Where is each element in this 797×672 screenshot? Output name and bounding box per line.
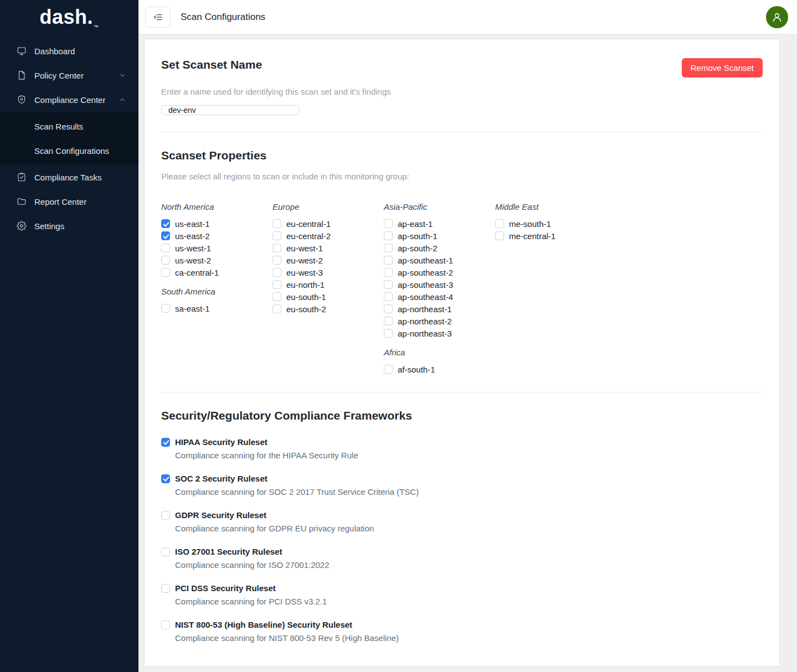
region-label: ca-central-1	[175, 268, 219, 277]
checkbox-hipaa-ruleset[interactable]: HIPAA Security Ruleset	[161, 437, 763, 447]
framework-description: Compliance scanning for SOC 2 2017 Trust…	[175, 487, 763, 497]
region-group-middle-east: Middle East me-south-1 me-central-1	[495, 202, 606, 242]
checkbox-icon	[161, 268, 170, 277]
checkbox-icon	[272, 280, 281, 289]
sidebar-item-compliance-center[interactable]: Compliance Center	[0, 87, 138, 112]
region-label: us-east-1	[175, 219, 210, 229]
checkbox-icon	[272, 256, 281, 265]
sidebar-item-scan-configurations[interactable]: Scan Configurations	[0, 138, 138, 163]
checkbox-us-west-2[interactable]: us-west-2	[161, 254, 272, 266]
checkbox-eu-south-1[interactable]: eu-south-1	[272, 291, 384, 303]
content-area: Set Scanset Name Remove Scanset Enter a …	[138, 34, 797, 672]
checkbox-me-central-1[interactable]: me-central-1	[495, 230, 606, 242]
checkbox-me-south-1[interactable]: me-south-1	[495, 218, 606, 230]
checkbox-sa-east-1[interactable]: sa-east-1	[161, 302, 272, 314]
checkbox-ap-northeast-3[interactable]: ap-northeast-3	[384, 327, 495, 339]
region-label: me-central-1	[509, 231, 556, 241]
checkbox-ap-northeast-1[interactable]: ap-northeast-1	[384, 303, 495, 315]
framework-description: Compliance scanning for GDPR EU privacy …	[175, 524, 763, 533]
folder-icon	[17, 197, 27, 206]
sidebar-item-label: Scan Results	[34, 122, 83, 131]
checkbox-ap-southeast-3[interactable]: ap-southeast-3	[384, 278, 495, 291]
checkbox-ap-south-2[interactable]: ap-south-2	[384, 242, 495, 254]
region-group-africa: Africa af-south-1	[384, 348, 495, 375]
checkbox-icon	[161, 584, 170, 593]
checkbox-us-west-1[interactable]: us-west-1	[161, 242, 272, 254]
region-label: ap-southeast-1	[398, 256, 453, 265]
user-avatar[interactable]	[766, 6, 788, 28]
checkbox-eu-west-3[interactable]: eu-west-3	[272, 266, 384, 278]
region-group-title: South America	[161, 287, 272, 296]
sidebar-collapse-button[interactable]	[145, 7, 171, 28]
sidebar-item-scan-results[interactable]: Scan Results	[0, 114, 138, 138]
checkbox-eu-south-2[interactable]: eu-south-2	[272, 303, 384, 315]
region-label: ap-northeast-2	[398, 317, 452, 326]
sidebar-item-label: Scan Configurations	[34, 146, 109, 156]
document-icon	[17, 70, 27, 80]
checkbox-iso27001-ruleset[interactable]: ISO 27001 Security Ruleset	[161, 547, 763, 556]
framework-description: Compliance scanning for ISO 27001:2022	[175, 560, 763, 570]
sidebar-item-label: Policy Center	[34, 71, 84, 80]
main-area: Scan Configurations Set Scanset Name Rem…	[138, 0, 797, 672]
checkbox-eu-central-2[interactable]: eu-central-2	[272, 230, 384, 242]
checkbox-icon	[272, 292, 281, 301]
sidebar-item-settings[interactable]: Settings	[0, 214, 138, 238]
remove-scanset-button[interactable]: Remove Scanset	[682, 58, 763, 77]
region-label: ap-northeast-1	[398, 304, 452, 314]
checkbox-af-south-1[interactable]: af-south-1	[384, 363, 495, 375]
region-label: ap-east-1	[398, 219, 433, 229]
checkbox-icon	[161, 438, 170, 447]
checkbox-icon	[272, 304, 281, 313]
checkbox-ap-southeast-1[interactable]: ap-southeast-1	[384, 254, 495, 266]
checkbox-eu-central-1[interactable]: eu-central-1	[272, 218, 384, 230]
checkbox-icon	[384, 365, 393, 374]
region-label: af-south-1	[398, 365, 435, 374]
checkbox-ap-south-1[interactable]: ap-south-1	[384, 230, 495, 242]
sidebar-item-dashboard[interactable]: Dashboard	[0, 39, 138, 63]
checkbox-ap-east-1[interactable]: ap-east-1	[384, 218, 495, 230]
checkbox-ca-central-1[interactable]: ca-central-1	[161, 266, 272, 278]
checkbox-eu-west-1[interactable]: eu-west-1	[272, 242, 384, 254]
checkbox-icon	[161, 621, 170, 629]
menu-fold-icon	[153, 12, 163, 22]
checkbox-eu-north-1[interactable]: eu-north-1	[272, 278, 384, 291]
framework-label: SOC 2 Security Ruleset	[175, 474, 268, 483]
sidebar-nav: Dashboard Policy Center Compliance Cente…	[0, 35, 138, 238]
framework-item-hipaa: HIPAA Security Ruleset Compliance scanni…	[161, 437, 763, 460]
region-label: eu-south-2	[286, 304, 326, 314]
checkbox-gdpr-ruleset[interactable]: GDPR Security Ruleset	[161, 510, 763, 520]
checkbox-icon	[272, 219, 281, 228]
scanset-name-input[interactable]	[161, 105, 300, 115]
sidebar-item-policy-center[interactable]: Policy Center	[0, 63, 138, 87]
checkbox-icon	[384, 231, 393, 240]
region-group-north-america: North America us-east-1 us-east-2 us-wes…	[161, 202, 272, 278]
region-group-asia-pacific: Asia-Pacific ap-east-1 ap-south-1 ap-sou…	[384, 202, 495, 339]
scanset-name-heading: Set Scanset Name	[161, 58, 262, 71]
region-group-title: Asia-Pacific	[384, 202, 495, 211]
shield-icon	[17, 95, 27, 105]
region-column: Asia-Pacific ap-east-1 ap-south-1 ap-sou…	[384, 202, 495, 375]
checkbox-ap-northeast-2[interactable]: ap-northeast-2	[384, 315, 495, 327]
framework-description: Compliance scanning for the HIPAA Securi…	[175, 451, 763, 460]
region-label: me-south-1	[509, 219, 551, 229]
scanset-properties-helper: Please select all regions to scan or inc…	[161, 172, 763, 181]
checkbox-eu-west-2[interactable]: eu-west-2	[272, 254, 384, 266]
checkbox-nist-ruleset[interactable]: NIST 800-53 (High Baseline) Security Rul…	[161, 620, 763, 629]
framework-item-iso27001: ISO 27001 Security Ruleset Compliance sc…	[161, 547, 763, 570]
checkbox-icon	[384, 280, 393, 289]
checkbox-icon	[161, 511, 170, 520]
sidebar-item-report-center[interactable]: Report Center	[0, 189, 138, 214]
checkbox-us-east-2[interactable]: us-east-2	[161, 230, 272, 242]
region-label: eu-west-2	[286, 256, 323, 265]
checkbox-ap-southeast-4[interactable]: ap-southeast-4	[384, 291, 495, 303]
region-group-title: Europe	[272, 202, 384, 211]
region-columns: North America us-east-1 us-east-2 us-wes…	[161, 202, 763, 375]
region-label: eu-south-1	[286, 292, 326, 302]
checkbox-us-east-1[interactable]: us-east-1	[161, 218, 272, 230]
checkbox-soc2-ruleset[interactable]: SOC 2 Security Ruleset	[161, 474, 763, 483]
sidebar-item-compliance-tasks[interactable]: Compliance Tasks	[0, 165, 138, 189]
checkbox-icon	[384, 244, 393, 252]
checkbox-ap-southeast-2[interactable]: ap-southeast-2	[384, 266, 495, 278]
checkbox-icon	[384, 329, 393, 338]
checkbox-pcidss-ruleset[interactable]: PCI DSS Security Ruleset	[161, 583, 763, 593]
